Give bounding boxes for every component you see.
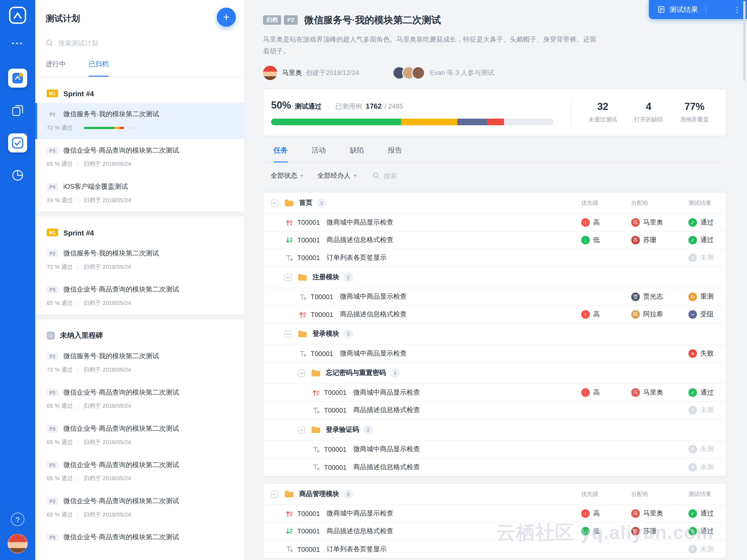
nav-projects-icon[interactable] xyxy=(8,69,27,88)
tab-defects[interactable]: 缺陷 xyxy=(350,146,364,162)
plan-archived-date: 归档于 2018/05/24 xyxy=(84,366,131,374)
task-search[interactable] xyxy=(373,172,446,179)
plan-list-item[interactable]: P2 微信服务号·我的模块第二次测试 72 % 通过 | xyxy=(35,103,244,139)
collapse-toggle-icon[interactable] xyxy=(298,426,305,433)
task-row[interactable]: T00001 微商城中商品显示检查 ↑ 高 马 马里奥 ✓ 通过 xyxy=(264,214,726,231)
module-name[interactable]: 商品管理模块 xyxy=(299,490,339,498)
app-logo-icon[interactable] xyxy=(8,6,27,25)
dot-separator: · xyxy=(327,103,330,110)
plan-list-item[interactable]: P3 微信企业号·商品查询的模块第二次测试 65 % 通过 | 归档于 2018… xyxy=(35,454,244,490)
priority-label: 高 xyxy=(593,218,600,227)
plan-list-item[interactable]: P3 微信企业号·商品查询的模块第二次测试 65 % 通过 | 归档于 2018… xyxy=(35,278,244,314)
group-title: Sprint #4 xyxy=(63,228,94,236)
scrollbar-thumb[interactable] xyxy=(743,1,746,81)
nav-docs-icon[interactable] xyxy=(11,104,24,117)
plan-list-item[interactable]: P3 微信企业号·商品查询的模块第二次测试 65 % 通过 | 归档于 2018… xyxy=(35,381,244,417)
participant-avatars xyxy=(393,66,425,80)
task-row[interactable]: T00001 商品描述信息格式检查 ↓ 低 苏 苏珊 ✓ 通过 xyxy=(264,232,726,249)
collapse-toggle-icon[interactable] xyxy=(298,370,305,377)
status-filter[interactable]: 全部状态 ▾ xyxy=(271,171,303,180)
plan-list-item[interactable]: P4 iOS客户端全覆盖测试 24 % 通过 | 归档于 2018/05/24 xyxy=(35,175,244,211)
module-name[interactable]: 登录验证码 xyxy=(326,426,359,434)
question-icon: ? xyxy=(689,253,697,262)
stat-open-defects: 4 打开的缺陷 xyxy=(634,101,663,124)
text-icon xyxy=(285,254,294,262)
plan-priority-badge: P3 xyxy=(47,461,58,469)
task-row[interactable]: T00001 微商城中商品显示检查 贾 贾光志 ↻ 重测 xyxy=(264,288,726,306)
assignee-name: 马里奥 xyxy=(643,509,663,518)
tab-activity[interactable]: 活动 xyxy=(311,146,326,162)
task-row[interactable]: T00001 商品描述信息格式检查 ↑ 高 阿 阿拉希 − 受阻 xyxy=(264,306,726,324)
task-row[interactable]: T00001 微商城中商品显示检查 ↑ 高 马 马里奥 ✓ 通过 xyxy=(264,505,726,523)
plan-group-header[interactable]: 未纳入里程碑 xyxy=(35,326,244,345)
minus-icon: − xyxy=(689,310,697,319)
plan-group-header[interactable]: M1 Sprint #4 xyxy=(35,223,244,242)
divider: | xyxy=(77,125,79,131)
user-avatar[interactable] xyxy=(8,533,28,554)
module-name[interactable]: 登录模块 xyxy=(312,330,339,338)
add-plan-button[interactable]: + xyxy=(217,8,236,27)
task-row[interactable]: T00001 商品描述信息格式检查 ↓ 低 苏 苏珊 ✓ 通过 xyxy=(264,523,726,540)
collapse-toggle-icon[interactable] xyxy=(284,330,291,337)
test-results-button[interactable]: 测试结果 ⋮ xyxy=(649,0,747,19)
collapse-toggle-icon[interactable] xyxy=(271,199,278,206)
module-name[interactable]: 注册模块 xyxy=(312,273,339,281)
result-label: 通过 xyxy=(700,236,714,244)
tab-archived[interactable]: 已归档 xyxy=(88,60,108,77)
task-title: 微商城中商品显示检查 xyxy=(353,388,420,397)
plan-meta-row: 马里奥 创建于2018/12/24 Evan 等 3 人参与测试 xyxy=(263,65,747,81)
summary-stats: 32 未通过测试 4 打开的缺陷 77% 用例库覆盖 xyxy=(571,100,726,125)
task-row[interactable]: T00001 微商城中商品显示检查 ? 未测 xyxy=(264,441,726,458)
divider: | xyxy=(77,300,79,307)
task-id: T00001 xyxy=(324,446,347,453)
assignee-avatar: 苏 xyxy=(632,236,640,244)
assignee-filter[interactable]: 全部经办人 ▾ xyxy=(317,171,356,180)
task-title: 订单列表各页签显示 xyxy=(327,253,387,262)
plan-archived-date: 归档于 2018/05/24 xyxy=(84,511,131,519)
plan-list-item[interactable]: P3 微信企业号·商品查询的模块第二次测试 65 % 通过 | 归档于 2018… xyxy=(35,139,244,175)
more-menu-icon[interactable]: ••• xyxy=(12,39,24,47)
plan-search[interactable] xyxy=(46,37,235,49)
plan-pass-rate: 72 % 通过 xyxy=(47,124,73,132)
plan-pass-rate: 65 % 通过 xyxy=(47,438,73,447)
task-title: 商品描述信息格式检查 xyxy=(327,527,393,535)
task-row[interactable]: T00001 订单列表各页签显示 ? 未测 xyxy=(264,249,726,266)
task-search-input[interactable] xyxy=(384,172,446,179)
nav-testplan-icon[interactable] xyxy=(8,133,27,153)
nav-reports-icon[interactable] xyxy=(11,169,24,182)
plan-list-item[interactable]: P3 微信企业号·商品查询的模块第二次测试 65 % 通过 | 归档于 2018… xyxy=(35,490,244,526)
plan-pass-rate: 72 % 通过 xyxy=(47,366,73,374)
task-row[interactable]: T00001 商品描述信息格式检查 ? 未测 xyxy=(264,458,726,476)
tested-cases-value: 1762 xyxy=(366,102,382,110)
help-icon[interactable]: ? xyxy=(11,513,24,526)
plan-title: 微信服务号·我的模块第二次测试 xyxy=(63,249,159,258)
plan-list-item[interactable]: P3 微信企业号·商品查询的模块第二次测试 65 % 通过 | 归档于 2018… xyxy=(35,417,244,453)
plan-list-item[interactable]: P2 微信服务号·我的模块第二次测试 72 % 通过 | 归档于 2018/05… xyxy=(35,242,244,278)
kebab-menu-icon[interactable]: ⋮ xyxy=(732,5,742,14)
plan-priority-badge: P4 xyxy=(47,183,58,190)
module-name[interactable]: 忘记密码与重置密码 xyxy=(326,369,386,377)
plan-archived-date: 归档于 2018/05/24 xyxy=(84,299,131,307)
plan-archived-date: 归档于 2018/05/24 xyxy=(84,475,131,483)
plan-search-input[interactable] xyxy=(58,39,206,47)
priority-label: 低 xyxy=(593,527,600,535)
detail-tabs: 任务 活动 缺陷 报告 xyxy=(263,146,726,162)
task-row[interactable]: T00001 商品描述信息格式检查 ? 未测 xyxy=(264,402,726,419)
task-row[interactable]: T00001 订单列表各页签显示 ? 未测 xyxy=(264,540,726,558)
arrow-up-icon: ↑ xyxy=(581,388,590,397)
stat-label: 未通过测试 xyxy=(588,116,617,124)
tab-reports[interactable]: 报告 xyxy=(388,146,402,162)
task-row[interactable]: T00001 微商城中商品显示检查 ↑ 高 马 马里奥 ✓ 通过 xyxy=(264,384,726,401)
plan-list-item[interactable]: P2 微信服务号·我的模块第二次测试 72 % 通过 | 归档于 2018/05… xyxy=(35,345,244,381)
collapse-toggle-icon[interactable] xyxy=(271,490,278,498)
tab-in-progress[interactable]: 进行中 xyxy=(46,60,66,77)
tab-tasks[interactable]: 任务 xyxy=(274,146,288,162)
collapse-toggle-icon[interactable] xyxy=(284,274,291,281)
task-row[interactable]: T00001 微商城中商品显示检查 × 失败 xyxy=(264,345,726,362)
test-results-label: 测试结果 xyxy=(669,5,698,14)
plan-list-item[interactable]: P3 微信企业号·商品查询的模块第二次测试 xyxy=(35,526,244,550)
app-rail: ••• ? xyxy=(0,0,35,560)
module-name[interactable]: 首页 xyxy=(299,199,312,207)
plan-group-header[interactable]: M1 Sprint #4 xyxy=(35,84,244,103)
column-header-assignee: 分配给 xyxy=(632,490,689,498)
